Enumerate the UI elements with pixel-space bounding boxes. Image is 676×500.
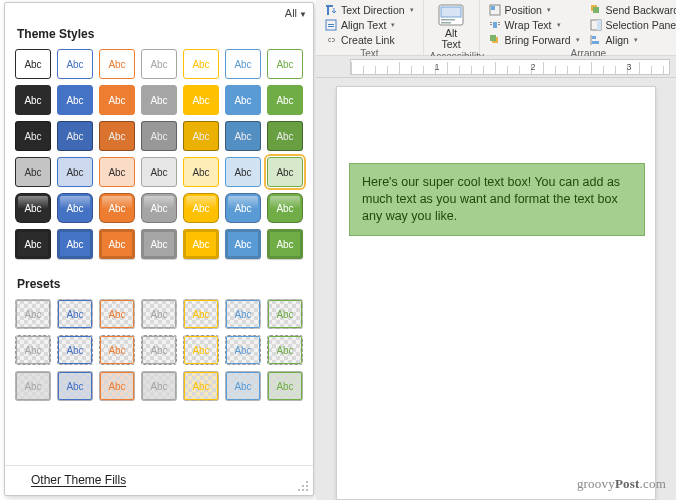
document-area: Here's our super cool text box! You can …: [316, 78, 676, 500]
theme-style-swatch[interactable]: Abc: [141, 85, 177, 115]
preset-swatch[interactable]: Abc: [267, 299, 303, 329]
preset-swatch[interactable]: Abc: [99, 371, 135, 401]
theme-style-swatch[interactable]: Abc: [57, 193, 93, 223]
svg-rect-19: [597, 20, 601, 30]
bring-forward-button[interactable]: Bring Forward▾: [486, 32, 583, 47]
alt-text-icon: [438, 4, 464, 26]
preset-swatch[interactable]: Abc: [15, 299, 51, 329]
send-backward-button[interactable]: Send Backward▾: [587, 2, 676, 17]
preset-swatch[interactable]: Abc: [183, 371, 219, 401]
theme-style-swatch[interactable]: Abc: [141, 193, 177, 223]
theme-style-swatch[interactable]: Abc: [183, 121, 219, 151]
create-link-button[interactable]: Create Link: [322, 32, 417, 47]
theme-style-swatch[interactable]: Abc: [225, 229, 261, 259]
preset-swatch[interactable]: Abc: [15, 371, 51, 401]
document-page[interactable]: Here's our super cool text box! You can …: [336, 86, 656, 500]
ruler-area: 123: [316, 56, 676, 78]
resize-grip-icon[interactable]: [297, 480, 309, 492]
alt-text-button[interactable]: Alt Text: [430, 2, 473, 50]
preset-swatch[interactable]: Abc: [225, 371, 261, 401]
preset-swatch[interactable]: Abc: [267, 335, 303, 365]
preset-swatch[interactable]: Abc: [57, 299, 93, 329]
styles-filter-all[interactable]: All ▼: [285, 7, 307, 19]
theme-style-swatch[interactable]: Abc: [267, 121, 303, 151]
theme-style-swatch[interactable]: Abc: [15, 49, 51, 79]
theme-style-swatch[interactable]: Abc: [225, 121, 261, 151]
theme-style-swatch[interactable]: Abc: [141, 229, 177, 259]
ruler-number: 2: [530, 62, 535, 72]
preset-swatch[interactable]: Abc: [141, 335, 177, 365]
preset-swatch[interactable]: Abc: [99, 335, 135, 365]
theme-style-swatch[interactable]: Abc: [267, 49, 303, 79]
theme-style-swatch[interactable]: Abc: [225, 157, 261, 187]
preset-swatch[interactable]: Abc: [267, 371, 303, 401]
preset-swatch[interactable]: Abc: [15, 335, 51, 365]
text-direction-icon: [325, 4, 337, 16]
theme-style-swatch[interactable]: Abc: [57, 49, 93, 79]
svg-rect-1: [328, 24, 334, 25]
theme-style-swatch[interactable]: Abc: [57, 229, 93, 259]
theme-style-swatch[interactable]: Abc: [99, 49, 135, 79]
preset-swatch[interactable]: Abc: [225, 299, 261, 329]
theme-style-swatch[interactable]: Abc: [99, 229, 135, 259]
preset-swatch[interactable]: Abc: [183, 299, 219, 329]
svg-rect-15: [490, 35, 496, 41]
preset-swatch[interactable]: Abc: [225, 335, 261, 365]
text-direction-button[interactable]: Text Direction▾: [322, 2, 417, 17]
theme-style-swatch[interactable]: Abc: [141, 157, 177, 187]
ruler-number: 1: [434, 62, 439, 72]
theme-style-swatch[interactable]: Abc: [267, 193, 303, 223]
theme-style-swatch[interactable]: Abc: [183, 157, 219, 187]
demo-text-box[interactable]: Here's our super cool text box! You can …: [349, 163, 645, 236]
theme-style-swatch[interactable]: Abc: [141, 121, 177, 151]
svg-rect-17: [593, 7, 599, 13]
bring-forward-icon: [489, 34, 501, 46]
preset-swatch[interactable]: Abc: [141, 299, 177, 329]
theme-style-swatch[interactable]: Abc: [225, 193, 261, 223]
theme-style-swatch[interactable]: Abc: [183, 85, 219, 115]
theme-style-swatch-selected[interactable]: Abc: [267, 157, 303, 187]
theme-style-swatch[interactable]: Abc: [57, 157, 93, 187]
preset-swatch[interactable]: Abc: [57, 335, 93, 365]
theme-style-swatch[interactable]: Abc: [99, 157, 135, 187]
svg-rect-13: [498, 24, 500, 25]
theme-style-swatch[interactable]: Abc: [141, 49, 177, 79]
theme-style-swatch[interactable]: Abc: [183, 229, 219, 259]
watermark: groovyPost.com: [577, 476, 666, 492]
svg-rect-10: [490, 22, 492, 23]
theme-style-swatch[interactable]: Abc: [225, 49, 261, 79]
theme-style-swatch[interactable]: Abc: [225, 85, 261, 115]
preset-swatch[interactable]: Abc: [57, 371, 93, 401]
position-button[interactable]: Position▾: [486, 2, 583, 17]
theme-style-swatch[interactable]: Abc: [15, 121, 51, 151]
link-icon: [325, 34, 337, 46]
selection-pane-icon: [590, 19, 602, 31]
wrap-text-button[interactable]: Wrap Text▾: [486, 17, 583, 32]
other-theme-fills-link[interactable]: Other Theme Fills: [5, 465, 313, 495]
theme-style-swatch[interactable]: Abc: [183, 193, 219, 223]
horizontal-ruler[interactable]: 123: [350, 59, 670, 75]
theme-style-swatch[interactable]: Abc: [57, 85, 93, 115]
wrap-text-icon: [489, 19, 501, 31]
theme-style-swatch[interactable]: Abc: [15, 157, 51, 187]
theme-style-swatch[interactable]: Abc: [99, 85, 135, 115]
svg-rect-4: [441, 7, 461, 17]
preset-swatch[interactable]: Abc: [183, 335, 219, 365]
theme-style-swatch[interactable]: Abc: [99, 193, 135, 223]
theme-style-swatch[interactable]: Abc: [57, 121, 93, 151]
theme-style-swatch[interactable]: Abc: [267, 229, 303, 259]
align-button[interactable]: Align▾: [587, 32, 676, 47]
theme-style-swatch[interactable]: Abc: [15, 85, 51, 115]
align-text-button[interactable]: Align Text▾: [322, 17, 417, 32]
theme-style-swatch[interactable]: Abc: [267, 85, 303, 115]
align-text-icon: [325, 19, 337, 31]
chevron-down-icon: ▼: [299, 10, 307, 19]
theme-style-swatch[interactable]: Abc: [15, 193, 51, 223]
svg-rect-2: [328, 26, 334, 27]
theme-style-swatch[interactable]: Abc: [99, 121, 135, 151]
theme-style-swatch[interactable]: Abc: [183, 49, 219, 79]
preset-swatch[interactable]: Abc: [141, 371, 177, 401]
preset-swatch[interactable]: Abc: [99, 299, 135, 329]
theme-style-swatch[interactable]: Abc: [15, 229, 51, 259]
selection-pane-button[interactable]: Selection Pane: [587, 17, 676, 32]
